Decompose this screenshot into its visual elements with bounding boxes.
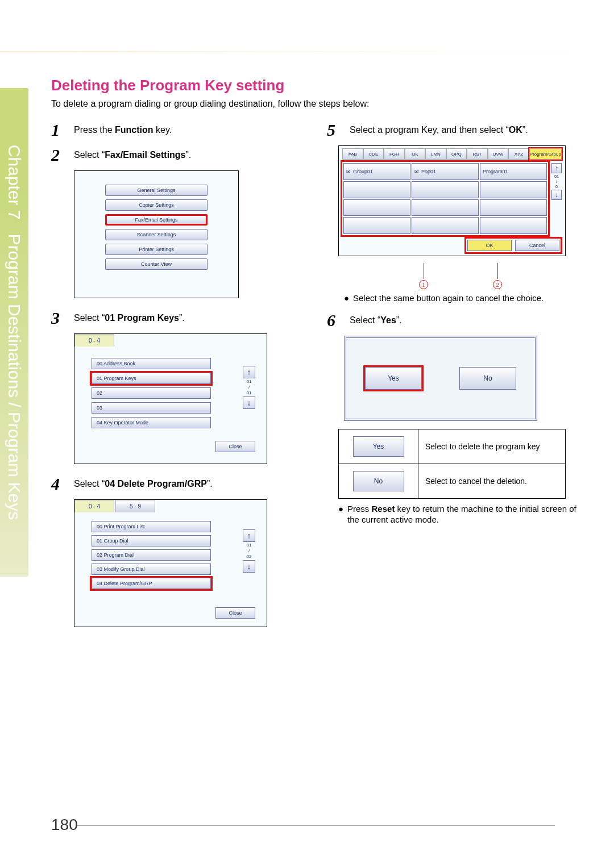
empty-cell[interactable] — [343, 199, 410, 216]
counter-view-button[interactable]: Counter View — [105, 258, 208, 270]
tab-ab[interactable]: #AB — [342, 148, 363, 160]
left-column: 1 Press the Function key. 2 Select “Fax/… — [51, 120, 310, 637]
yes-button[interactable]: Yes — [365, 367, 422, 390]
empty-cell[interactable] — [480, 217, 547, 234]
step-5: 5 Select a program Key, and then select … — [327, 120, 586, 140]
empty-cell[interactable] — [412, 181, 479, 198]
screenshot-settings-menu: General Settings Copier Settings Fax/Ema… — [74, 170, 239, 298]
close-button[interactable]: Close — [215, 441, 255, 452]
page-indicator-mid: / — [243, 385, 255, 390]
callout-markers: 1 2 — [338, 266, 566, 289]
screenshot-confirm-dialog: Yes No — [344, 336, 537, 421]
empty-cell[interactable] — [343, 181, 410, 198]
page-indicator-mid: / — [551, 180, 562, 183]
print-program-list-row[interactable]: 00 Print Program List — [92, 521, 211, 532]
intro-text: To delete a program dialing or group dia… — [51, 99, 586, 109]
tab-0-4[interactable]: 0 - 4 — [74, 334, 114, 347]
no-button-sample: No — [353, 471, 404, 491]
page-indicator-bot: 0 — [551, 185, 562, 189]
cancel-button[interactable]: Cancel — [515, 240, 559, 251]
general-settings-button[interactable]: General Settings — [105, 185, 208, 196]
page-heading: Deleting the Program Key setting — [51, 77, 586, 94]
page-number: 180 — [51, 816, 78, 834]
page-indicator-top: 01 — [551, 174, 562, 178]
alpha-tabs: #AB CDE FGH IJK LMN OPQ RST UVW XYZ Prog… — [342, 148, 562, 160]
tab-rst[interactable]: RST — [467, 148, 488, 160]
bullet-icon: ● — [344, 293, 353, 304]
scroll-controls: ↑ 01 / 02 ↓ — [243, 529, 255, 574]
yes-explain-text: Select to delete the program key — [418, 429, 566, 464]
chapter-label: Chapter 7 — [5, 145, 24, 220]
tab-xyz[interactable]: XYZ — [508, 148, 529, 160]
fax-email-settings-button[interactable]: Fax/Email Settings — [105, 214, 208, 226]
tab-cde[interactable]: CDE — [363, 148, 384, 160]
tab-fgh[interactable]: FGH — [384, 148, 405, 160]
chapter-tab: Chapter 7 Program Destinations / Program… — [0, 88, 28, 577]
step-4: 4 Select “04 Delete Program/GRP”. — [51, 474, 310, 494]
modify-group-dial-row[interactable]: 03 Modify Group Dial — [92, 564, 211, 575]
scroll-down-icon[interactable]: ↓ — [551, 190, 562, 200]
dialog-footer: OK Cancel — [371, 239, 561, 252]
scroll-up-icon[interactable]: ↑ — [243, 529, 255, 542]
step-1: 1 Press the Function key. — [51, 120, 310, 140]
page-indicator-top: 01 — [243, 379, 255, 384]
scanner-settings-button[interactable]: Scanner Settings — [105, 229, 208, 240]
empty-cell[interactable] — [412, 199, 479, 216]
page-indicator-bot: 02 — [243, 554, 255, 559]
row-02[interactable]: 02 — [92, 387, 211, 399]
tab-ijk[interactable]: IJK — [405, 148, 426, 160]
scroll-controls: ↑ 01 / 01 ↓ — [243, 366, 255, 410]
scroll-down-icon[interactable]: ↓ — [243, 560, 255, 573]
tab-uvw[interactable]: UVW — [488, 148, 509, 160]
address-book-row[interactable]: 00 Address Book — [92, 358, 211, 369]
program-keys-row[interactable]: 01 Program Keys — [92, 373, 211, 384]
screenshot-program-key-select: #AB CDE FGH IJK LMN OPQ RST UVW XYZ Prog… — [338, 145, 566, 256]
empty-cell[interactable] — [412, 217, 479, 234]
pop01-cell[interactable]: ✉Pop01 — [412, 163, 479, 180]
empty-cell[interactable] — [480, 199, 547, 216]
no-button[interactable]: No — [459, 367, 516, 390]
mail-icon: ✉ — [346, 169, 351, 174]
screenshot-fax-email-menu: 0 - 4 00 Address Book 01 Program Keys 02… — [74, 333, 267, 464]
tab-program-group[interactable]: Program/Group — [529, 148, 562, 160]
program01-cell[interactable]: Program01 — [480, 163, 547, 180]
chapter-tab-text: Chapter 7 Program Destinations / Program… — [5, 145, 24, 520]
yes-button-sample: Yes — [353, 436, 404, 457]
printer-settings-button[interactable]: Printer Settings — [105, 244, 208, 255]
callout-line-2 — [497, 263, 498, 279]
scroll-up-icon[interactable]: ↑ — [243, 366, 255, 378]
page-top-rule — [0, 51, 614, 52]
page-indicator-mid: / — [243, 549, 255, 553]
empty-cell[interactable] — [480, 181, 547, 198]
scroll-down-icon[interactable]: ↓ — [243, 397, 255, 409]
close-button[interactable]: Close — [215, 607, 255, 619]
screenshot-program-keys-menu: 0 - 4 5 - 9 00 Print Program List 01 Gro… — [74, 499, 267, 627]
chapter-title: Program Destinations / Program Keys — [5, 234, 24, 520]
program-grid: ✉Group01 ✉Pop01 Program01 — [342, 162, 548, 235]
tab-opq[interactable]: OPQ — [446, 148, 467, 160]
page-number-rule — [77, 825, 555, 826]
tab-lmn[interactable]: LMN — [425, 148, 446, 160]
copier-settings-button[interactable]: Copier Settings — [105, 199, 208, 211]
step-6: 6 Select “Yes”. — [327, 311, 586, 330]
key-operator-mode-row[interactable]: 04 Key Operator Mode — [92, 417, 211, 428]
scroll-up-icon[interactable]: ↑ — [551, 163, 562, 173]
callout-1: 1 — [419, 280, 428, 289]
empty-cell[interactable] — [343, 217, 410, 234]
group-dial-row[interactable]: 01 Group Dial — [92, 535, 211, 546]
note-text: Select the same button again to cancel t… — [353, 293, 544, 304]
tab-0-4[interactable]: 0 - 4 — [74, 500, 114, 512]
step-number: 4 — [51, 474, 74, 494]
note-text: Press Reset key to return the machine to… — [347, 503, 586, 525]
row-03[interactable]: 03 — [92, 402, 211, 414]
step-number: 6 — [327, 311, 350, 330]
tab-5-9[interactable]: 5 - 9 — [115, 500, 155, 512]
delete-program-grp-row[interactable]: 04 Delete Program/GRP — [92, 578, 211, 589]
no-explain-text: Select to cancel the deletion. — [418, 464, 566, 498]
step-2: 2 Select “Fax/Email Settings”. — [51, 145, 310, 165]
page-content: Deleting the Program Key setting To dele… — [51, 77, 586, 637]
ok-button[interactable]: OK — [467, 240, 512, 251]
step-3: 3 Select “01 Program Keys”. — [51, 308, 310, 328]
program-dial-row[interactable]: 02 Program Dial — [92, 549, 211, 561]
group01-cell[interactable]: ✉Group01 — [343, 163, 410, 180]
